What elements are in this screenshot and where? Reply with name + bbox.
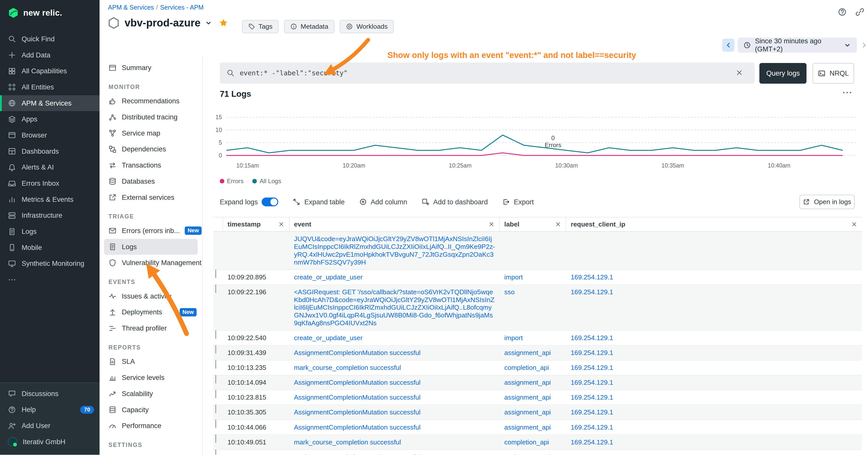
cell-label-link[interactable]: assignment_api xyxy=(504,423,551,431)
subnav-item-performance[interactable]: Performance xyxy=(99,418,202,434)
sidebar-item-account[interactable]: Iterativ GmbH xyxy=(0,434,99,450)
remove-column-icon[interactable] xyxy=(851,221,858,228)
cell-ip-link[interactable]: 169.254.129.1 xyxy=(570,334,613,342)
subnav-item-dependencies[interactable]: Dependencies xyxy=(99,141,202,158)
row-expand-checkbox[interactable] xyxy=(215,345,216,354)
cell-label-link[interactable]: assignment_api xyxy=(504,379,551,386)
export-button[interactable]: Export xyxy=(502,198,534,206)
open-in-logs-button[interactable]: Open in logs xyxy=(800,195,855,209)
cell-ip-link[interactable]: 169.254.129.1 xyxy=(570,393,613,401)
sidebar-item-all-entities[interactable]: All Entities xyxy=(0,79,99,95)
sidebar-item-add-user[interactable]: Add User xyxy=(0,418,99,434)
favorite-star-icon[interactable] xyxy=(219,18,228,28)
subnav-item-databases[interactable]: Databases xyxy=(99,173,202,190)
sidebar-item-mobile[interactable]: Mobile xyxy=(0,239,99,256)
subnav-item-errors-inbox[interactable]: Errors (errors inb...New xyxy=(99,223,202,239)
subnav-item-thread-profiler[interactable]: Thread profiler xyxy=(99,320,202,336)
subnav-item-service-map[interactable]: Service map xyxy=(99,125,202,141)
subnav-item-external-services[interactable]: External services xyxy=(99,190,202,205)
row-expand-checkbox[interactable] xyxy=(215,285,216,293)
sidebar-item-add-data[interactable]: Add Data xyxy=(0,47,99,63)
row-expand-checkbox[interactable] xyxy=(215,330,216,339)
column-header-event[interactable]: event xyxy=(289,218,500,231)
cell-event-link[interactable]: create_or_update_user xyxy=(294,334,363,342)
sidebar-item-apps[interactable]: Apps xyxy=(0,111,99,127)
log-query-input[interactable] xyxy=(240,69,735,77)
sidebar-item-synthetic-monitoring[interactable]: Synthetic Monitoring xyxy=(0,256,99,272)
cell-event-link[interactable]: AssignmentCompletionMutation successful xyxy=(294,453,421,455)
sidebar-item-infrastructure[interactable]: Infrastructure xyxy=(0,207,99,224)
table-row[interactable]: JUQVU&code=eyJraWQiOiJjcGltY29yZV8wOTl1M… xyxy=(213,232,862,270)
row-expand-checkbox[interactable] xyxy=(215,390,216,398)
sidebar-item-dashboards[interactable]: Dashboards xyxy=(0,143,99,160)
cell-label-link[interactable]: import xyxy=(504,273,523,281)
cell-label-link[interactable]: assignment_api xyxy=(504,453,551,455)
row-expand-checkbox[interactable] xyxy=(215,360,216,368)
add-to-dashboard-button[interactable]: Add to dashboard xyxy=(422,198,488,206)
sidebar-item-browser[interactable]: Browser xyxy=(0,127,99,143)
subnav-item-scalability[interactable]: Scalability xyxy=(99,386,202,402)
subnav-item-vulnerability-management[interactable]: Vulnerability Management xyxy=(99,255,202,271)
cell-label-link[interactable]: assignment_api xyxy=(504,409,551,416)
cell-ip-link[interactable]: 169.254.129.1 xyxy=(570,364,613,371)
expand-logs-toggle[interactable] xyxy=(261,197,278,206)
legend-all-logs[interactable]: All Logs xyxy=(252,177,281,185)
column-header-timestamp[interactable]: timestamp xyxy=(223,218,289,231)
cell-label-link[interactable]: completion_api xyxy=(504,364,549,371)
sidebar-item-all-capabilities[interactable]: All Capabilities xyxy=(0,63,99,79)
cell-ip-link[interactable]: 169.254.129.1 xyxy=(570,379,613,386)
new-relic-logo[interactable]: new relic. xyxy=(0,0,99,25)
remove-column-icon[interactable] xyxy=(488,221,495,228)
subnav-item-issues-activity[interactable]: Issues & activity xyxy=(99,288,202,304)
sidebar-item-logs[interactable]: Logs xyxy=(0,224,99,239)
table-row[interactable]: 10:10:14.094 AssignmentCompletionMutatio… xyxy=(213,376,862,390)
row-expand-checkbox[interactable] xyxy=(215,420,216,428)
subnav-item-logs[interactable]: Logs xyxy=(104,239,197,255)
column-header-label[interactable]: label xyxy=(500,218,566,231)
remove-column-icon[interactable] xyxy=(278,221,284,228)
breadcrumb-link-apm[interactable]: APM & Services xyxy=(108,4,154,11)
table-row[interactable]: 10:10:35.305 AssignmentCompletionMutatio… xyxy=(213,405,862,420)
sidebar-item-alerts-ai[interactable]: Alerts & AI xyxy=(0,159,99,175)
row-expand-checkbox[interactable] xyxy=(215,375,216,384)
logs-overflow-menu[interactable]: ... xyxy=(842,86,853,95)
table-row[interactable]: 10:09:22.196 <ASGIRequest: GET '/sso/cal… xyxy=(213,285,862,331)
entity-switcher-caret-icon[interactable] xyxy=(205,20,212,27)
subnav-item-sla[interactable]: SLA xyxy=(99,354,202,370)
cell-ip-link[interactable]: 169.254.129.1 xyxy=(570,423,613,431)
table-row[interactable]: 10:10:23.815 AssignmentCompletionMutatio… xyxy=(213,390,862,405)
column-header-request-client-ip[interactable]: request_client_ip xyxy=(566,218,862,231)
cell-event-link[interactable]: AssignmentCompletionMutation successful xyxy=(294,349,421,357)
workloads-button[interactable]: Workloads xyxy=(340,20,394,33)
expand-table-button[interactable]: Expand table xyxy=(292,198,344,206)
cell-ip-link[interactable]: 169.254.129.1 xyxy=(570,273,613,281)
sidebar-item-apm-services[interactable]: APM & Services xyxy=(0,95,99,111)
table-row[interactable]: 10:09:20.895 create_or_update_user impor… xyxy=(213,270,862,285)
cell-event-link[interactable]: JUQVU&code=eyJraWQiOiJjcGltY29yZV8wOTl1M… xyxy=(294,235,495,266)
expand-logs-control[interactable]: Expand logs xyxy=(220,197,278,206)
cell-label-link[interactable]: assignment_api xyxy=(504,393,551,401)
cell-event-link[interactable]: AssignmentCompletionMutation successful xyxy=(294,423,421,431)
subnav-item-summary[interactable]: Summary xyxy=(99,60,202,76)
subnav-item-transactions[interactable]: Transactions xyxy=(99,157,202,173)
table-row[interactable]: 10:09:31.439 AssignmentCompletionMutatio… xyxy=(213,346,862,360)
tags-button[interactable]: Tags xyxy=(242,20,279,33)
remove-column-icon[interactable] xyxy=(555,221,561,228)
time-picker[interactable]: Since 30 minutes ago (GMT+2) xyxy=(738,37,857,53)
permalink-icon[interactable] xyxy=(855,7,865,17)
cell-event-link[interactable]: AssignmentCompletionMutation successful xyxy=(294,379,421,386)
logs-chart[interactable]: 051015 10:15am10:20am10:25am10:30am10:35… xyxy=(226,113,856,161)
row-expand-checkbox[interactable] xyxy=(215,404,216,413)
table-row[interactable]: 10:10:44.066 AssignmentCompletionMutatio… xyxy=(213,420,862,435)
cell-ip-link[interactable]: 169.254.129.1 xyxy=(570,409,613,416)
sidebar-item-help[interactable]: Help70 xyxy=(0,402,99,418)
subnav-item-recommendations[interactable]: Recommendations xyxy=(99,93,202,109)
row-expand-checkbox[interactable] xyxy=(215,434,216,443)
cell-event-link[interactable]: mark_course_completion successful xyxy=(294,438,401,446)
breadcrumb-link-services[interactable]: Services - APM xyxy=(160,4,204,11)
metadata-button[interactable]: Metadata xyxy=(284,20,334,33)
cell-event-link[interactable]: <ASGIRequest: GET '/sso/callback/?state=… xyxy=(294,288,495,327)
row-expand-checkbox[interactable] xyxy=(215,269,216,278)
table-row[interactable]: 10:10:49.051 mark_course_completion succ… xyxy=(213,435,862,450)
cell-label-link[interactable]: sso xyxy=(504,288,515,296)
